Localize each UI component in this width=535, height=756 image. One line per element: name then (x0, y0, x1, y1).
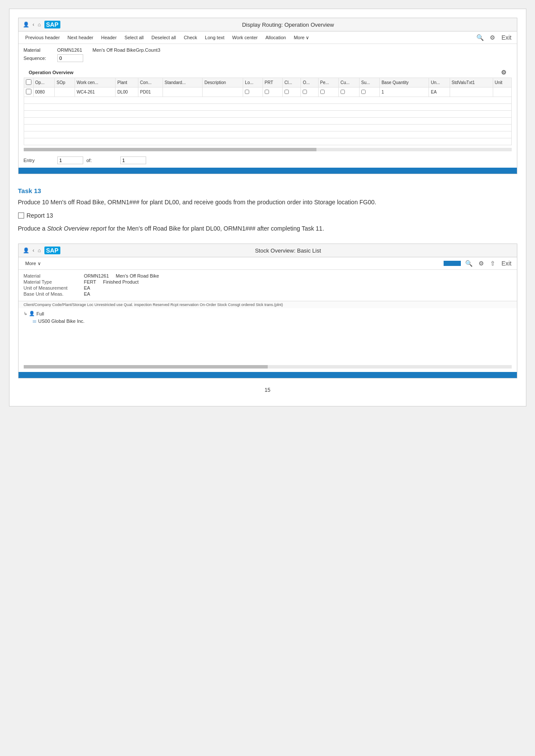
col-base-qty: Base Quantity (379, 78, 429, 87)
row-checkbox[interactable] (26, 89, 31, 94)
report-icon (18, 212, 24, 219)
report-desc-rest: for the Men's off Road Bike for plant DL… (108, 225, 324, 232)
col-pe: Pe... (318, 78, 338, 87)
entry-input[interactable] (57, 156, 83, 164)
exit-button[interactable]: Exit (500, 33, 513, 42)
scrollbar-thumb (24, 148, 316, 151)
table-row (24, 97, 511, 104)
table-row (24, 131, 511, 138)
stock-type-value: FERT (84, 279, 97, 284)
stock-table-header: Client/Company Code/Plant/Storage Loc Un… (19, 301, 517, 308)
back-icon[interactable]: ‹ (33, 22, 34, 28)
workcenter-cell: WC4-261 (75, 87, 116, 97)
allocation-button[interactable]: Allocation (262, 34, 290, 41)
col-un: Un... (429, 78, 450, 87)
stock-toolbar: More ∨ 🔍 ⚙ ⇧ Exit (19, 257, 517, 270)
operation-overview-section: Operation Overview ⚙ Op... SOp Work cen.… (19, 67, 517, 145)
col-op: Op... (33, 78, 55, 87)
material-row: Material ORMN1261 Men's Off Road BikeGrp… (24, 47, 512, 53)
col-description: Description (203, 78, 243, 87)
lo-checkbox[interactable] (245, 90, 249, 94)
stock-horizontal-scrollbar[interactable] (24, 365, 512, 369)
stock-exit-button[interactable]: Exit (500, 259, 513, 268)
prt-checkbox[interactable] (265, 90, 269, 94)
stock-uom-value: EA (84, 285, 91, 291)
of-label: of: (87, 158, 117, 163)
col-cl: Cl... (282, 78, 301, 87)
search-icon[interactable]: 🔍 (475, 33, 485, 42)
stock-more-button[interactable]: More ∨ (22, 259, 44, 268)
col-o: O... (301, 78, 318, 87)
header-button[interactable]: Header (98, 34, 120, 41)
section-title: Operation Overview (29, 70, 74, 75)
stock-type-desc: Finished Product (103, 279, 139, 284)
stock-base-uom-label: Base Unit of Meas. (24, 291, 84, 297)
stock-search-icon[interactable]: 🔍 (463, 259, 474, 268)
o-checkbox[interactable] (303, 90, 307, 94)
settings-small-icon[interactable]: ⚙ (488, 33, 497, 42)
full-folder-icon: 👤 (29, 311, 35, 316)
stock-scrollbar-thumb (24, 365, 268, 369)
stock-settings-icon[interactable]: ⚙ (477, 259, 486, 268)
select-all-button[interactable]: Select all (121, 34, 147, 41)
col-stdvalu: StdValuTxt1 (450, 78, 493, 87)
home-icon[interactable]: ⌂ (38, 22, 41, 28)
select-all-checkbox[interactable] (26, 79, 31, 85)
section-settings-icon[interactable]: ⚙ (501, 69, 507, 76)
stock-material-value: ORMN1261 (84, 273, 109, 278)
toolbar-right: 🔍 ⚙ Exit (475, 33, 513, 42)
cu-cell (338, 87, 359, 97)
routing-titlebar: 👤 ‹ ⌂ SAP Display Routing: Operation Ove… (19, 18, 517, 31)
next-header-button[interactable]: Next header (64, 34, 97, 41)
col-workcenter: Work cen... (75, 78, 116, 87)
stock-home-icon[interactable]: ⌂ (38, 247, 41, 253)
table-row[interactable]: 0080 WC4-261 DL00 PD01 (24, 87, 511, 97)
report-label-text: Report 13 (27, 212, 53, 219)
routing-toolbar: Previous header Next header Header Selec… (19, 31, 517, 44)
tree-arrow-icon: ↳ (24, 311, 27, 316)
stock-material-label: Material (24, 273, 84, 278)
pe-cell (318, 87, 338, 97)
horizontal-scrollbar[interactable] (24, 148, 512, 151)
tree-child[interactable]: ⚌ US00 Global Bike Inc. (32, 318, 512, 324)
more-button[interactable]: More ∨ (290, 34, 313, 42)
col-cu: Cu... (338, 78, 359, 87)
stock-toolbar-right: 🔍 ⚙ ⇧ Exit (444, 259, 513, 268)
table-header: Op... SOp Work cen... Plant Con... Stand… (24, 78, 511, 87)
table-row (24, 118, 511, 125)
person-icon: 👤 (23, 22, 29, 28)
su-checkbox[interactable] (361, 90, 366, 94)
col-prt: PRT (263, 78, 282, 87)
stock-title: Stock Overview: Basic List (64, 247, 513, 254)
pe-checkbox[interactable] (320, 90, 325, 94)
report-description: Produce a Stock Overview report for the … (18, 224, 517, 233)
sequence-input[interactable] (57, 54, 83, 62)
check-button[interactable]: Check (180, 34, 200, 41)
tree-root[interactable]: ↳ 👤 Full (24, 311, 512, 316)
su-cell (359, 87, 379, 97)
stock-share-icon[interactable]: ⇧ (488, 259, 497, 268)
cl-checkbox[interactable] (285, 90, 289, 94)
op-cell: 0080 (33, 87, 55, 97)
deselect-all-button[interactable]: Deselect all (148, 34, 179, 41)
stock-type-row: Material Type FERT Finished Product (24, 279, 512, 284)
work-center-button[interactable]: Work center (229, 34, 261, 41)
long-text-button[interactable]: Long text (201, 34, 228, 41)
cu-checkbox[interactable] (341, 90, 345, 94)
stock-uom-label: Unit of Measurement (24, 285, 84, 291)
prev-header-button[interactable]: Previous header (22, 34, 63, 41)
sap-logo: SAP (44, 21, 60, 28)
material-label: Material (24, 47, 54, 53)
stock-back-icon[interactable]: ‹ (33, 247, 34, 253)
un-cell: EA (429, 87, 450, 97)
stock-status-bar (19, 372, 517, 378)
stock-person-icon: 👤 (23, 247, 29, 253)
scrollbar-container (19, 145, 517, 154)
stock-titlebar: 👤 ‹ ⌂ SAP Stock Overview: Basic List (19, 244, 517, 257)
task-description: Produce 10 Men's off Road Bike, ORMN1###… (18, 198, 517, 207)
table-row (24, 125, 511, 131)
of-input[interactable] (120, 156, 146, 164)
unit-cell (493, 87, 511, 97)
empty-area (19, 328, 517, 362)
table-row (24, 104, 511, 111)
